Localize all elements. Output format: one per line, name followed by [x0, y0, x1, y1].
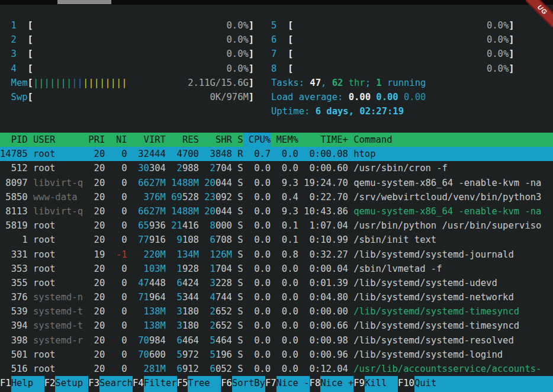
- column-header-mem[interactable]: MEM%: [271, 133, 298, 147]
- cell-shr: 126M: [199, 248, 232, 262]
- load-average: Load average: 0.00 0.00 0.00: [271, 90, 515, 104]
- table-row[interactable]: 8097libvirt-q2006627M1488M20044S0.09.319…: [0, 176, 553, 190]
- column-header-command[interactable]: Command: [353, 133, 553, 147]
- table-row[interactable]: 14785root2003244447003848R0.70.00:00.08h…: [0, 147, 553, 161]
- table-row[interactable]: 331root19-1220M134M126MS0.00.80:32.27/li…: [0, 248, 553, 262]
- cell-ni: 0: [105, 219, 127, 233]
- column-header-pri[interactable]: PRI: [88, 133, 105, 147]
- meter-bar: 0.0%: [33, 18, 249, 33]
- table-row[interactable]: 398systemd-r2007098464645464S0.00.00:00.…: [0, 333, 553, 348]
- fkey-f10[interactable]: F10: [398, 376, 414, 392]
- column-header-res[interactable]: RES: [166, 133, 199, 147]
- size-kb-part: 848: [216, 149, 232, 159]
- cell-mem-percent: 0.0: [271, 147, 298, 161]
- fkey-f8[interactable]: F8: [310, 376, 321, 392]
- fkey-f9[interactable]: F9: [353, 376, 365, 392]
- column-header-virt[interactable]: VIRT: [127, 133, 166, 147]
- column-header-user[interactable]: USER: [33, 133, 83, 147]
- column-header-ni[interactable]: NI: [105, 133, 127, 147]
- cell-user: root: [33, 262, 83, 276]
- uptime: Uptime: 6 days, 02:27:19: [271, 104, 515, 118]
- fkey-label-nice-[interactable]: Nice +: [320, 376, 353, 392]
- fkey-label-tree[interactable]: Tree: [188, 376, 221, 392]
- table-row[interactable]: 1root2007791691086708S0.00.10:10.99/sbin…: [0, 233, 553, 247]
- table-header[interactable]: PIDUSERPRINIVIRTRESSHRSCPU%MEM%TIME+Comm…: [0, 133, 553, 147]
- cell-state: S: [237, 319, 243, 333]
- fkey-f2[interactable]: F2: [44, 376, 56, 392]
- meter-open-bracket: [: [28, 18, 33, 33]
- column-header-pid[interactable]: PID: [0, 133, 28, 147]
- column-header-s[interactable]: S: [237, 133, 243, 147]
- fkey-label-sortby[interactable]: SortBy: [232, 376, 265, 392]
- table-row[interactable]: 512root2003030429882704S0.00.00:00.60/us…: [0, 161, 553, 175]
- table-row[interactable]: 5819root20065936214168000S0.00.11:07.04/…: [0, 219, 553, 233]
- table-row[interactable]: 516root200281M69126052S0.00.00:12.04/usr…: [0, 362, 553, 376]
- cell-mem-percent: 9.3: [271, 204, 298, 219]
- cell-mem-percent: 0.0: [271, 276, 298, 290]
- size-kb-part: 912: [182, 364, 199, 374]
- cell-pid: 5850: [0, 190, 28, 204]
- cpu-meter-7: 7 [0.0%]: [271, 47, 515, 61]
- cell-res: 1488M: [166, 176, 199, 190]
- column-header-shr[interactable]: SHR: [199, 133, 232, 147]
- cell-pri: 19: [88, 248, 105, 262]
- size-mb-part: 6: [210, 364, 216, 374]
- cell-time: 0:10.99: [298, 233, 348, 247]
- cell-mem-percent: 0.0: [271, 304, 298, 319]
- table-row[interactable]: 501root2007060059725196S0.00.00:00.96/li…: [0, 348, 553, 362]
- table-row[interactable]: 376systemd-n2007196453444744S0.00.00:04.…: [0, 290, 553, 304]
- size-megabytes: 138M: [144, 306, 166, 317]
- meter-close-bracket: ]: [249, 62, 254, 76]
- cell-cpu-percent: 0.0: [243, 204, 271, 219]
- meter-close-bracket: ]: [509, 47, 514, 61]
- fkey-f4[interactable]: F4: [133, 376, 144, 392]
- fkey-label-help[interactable]: Help: [11, 376, 44, 392]
- cell-ni: 0: [105, 333, 127, 348]
- fkey-label-setup[interactable]: Setup: [55, 376, 88, 392]
- size-mb-part: 5: [177, 349, 182, 360]
- fkey-label-nice-[interactable]: Nice -: [276, 376, 310, 392]
- cell-mem-percent: 9.3: [271, 176, 298, 190]
- fkey-label-filter[interactable]: Filter: [144, 376, 177, 392]
- column-header-cpu-sorted[interactable]: CPU%: [243, 133, 271, 147]
- size-megabytes: 138M: [144, 320, 166, 331]
- table-row[interactable]: 355root2004744864243228S0.00.00:01.39/li…: [0, 276, 553, 290]
- meter-bar: 0K/976M: [33, 90, 249, 104]
- table-row[interactable]: 353root200103M19281704S0.00.00:00.04/sbi…: [0, 262, 553, 276]
- meter-label: Mem: [11, 76, 28, 90]
- meter-label: 8: [271, 62, 288, 76]
- size-mb-part: 69: [171, 192, 182, 203]
- cell-pri: 20: [88, 290, 105, 304]
- fkey-f6[interactable]: F6: [221, 376, 232, 392]
- cell-pid: 398: [0, 333, 28, 348]
- cell-time: 0:22.70: [298, 190, 348, 204]
- table-row[interactable]: 8113libvirt-q2006627M1488M20044S0.09.310…: [0, 204, 553, 219]
- size-kb-part: 180: [182, 320, 199, 331]
- scrollbar-thumb[interactable]: [57, 0, 111, 4]
- fkey-label-search[interactable]: Search: [99, 376, 133, 392]
- table-row[interactable]: 539systemd-t200138M31802652S0.00.00:00.0…: [0, 304, 553, 319]
- size-kb-part: 000: [216, 220, 232, 231]
- cell-state: R: [237, 147, 243, 161]
- cell-time: 0:04.80: [298, 290, 348, 304]
- fkey-f3[interactable]: F3: [88, 376, 99, 392]
- fkey-f7[interactable]: F7: [265, 376, 276, 392]
- size-mb-part: 4: [177, 149, 182, 159]
- size-megabytes: 1488M: [171, 206, 199, 217]
- cell-state: S: [237, 204, 243, 219]
- cell-user: root: [33, 219, 83, 233]
- cell-pid: 331: [0, 248, 28, 262]
- cell-time: 0:00.96: [298, 348, 348, 362]
- cell-virt: 70600: [127, 348, 166, 362]
- fkey-label-quit[interactable]: Quit: [414, 376, 553, 392]
- fkey-f1[interactable]: F1: [0, 376, 11, 392]
- table-row[interactable]: 5850www-data200376M6952823092S0.00.40:22…: [0, 190, 553, 204]
- cell-command: /lib/systemd/systemd-logind: [353, 348, 553, 362]
- table-row[interactable]: 394systemd-t200138M31802652S0.00.00:00.6…: [0, 319, 553, 333]
- column-header-time[interactable]: TIME+: [298, 133, 348, 147]
- meter-bar: 0.0%: [33, 47, 249, 61]
- fkey-f5[interactable]: F5: [177, 376, 188, 392]
- fkey-label-kill[interactable]: Kill: [365, 376, 398, 392]
- size-mb-part: 20: [204, 206, 216, 217]
- cell-mem-percent: 0.0: [271, 290, 298, 304]
